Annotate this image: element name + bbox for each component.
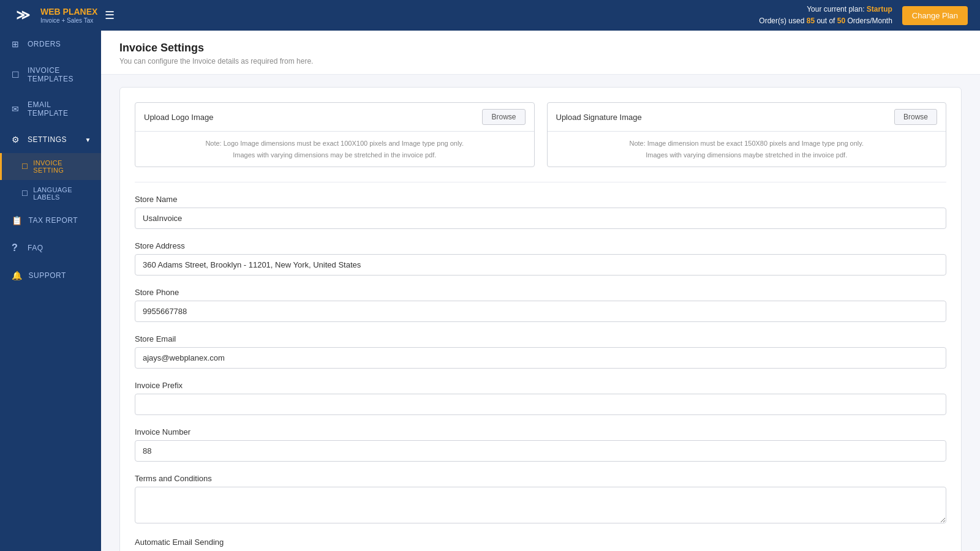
signature-upload-box: Upload Signature Image Browse Note: Imag…	[547, 102, 947, 167]
store-name-input[interactable]	[135, 208, 946, 229]
store-address-group: Store Address	[135, 241, 946, 276]
sidebar: ⊞ ORDERS ☐ INVOICE TEMPLATES ✉ EMAIL TEM…	[0, 31, 101, 551]
sidebar-item-email-template[interactable]: ✉ EMAIL TEMPLATE	[0, 92, 101, 126]
store-name-group: Store Name	[135, 195, 946, 229]
orders-icon: ⊞	[12, 39, 21, 49]
sidebar-item-orders[interactable]: ⊞ ORDERS	[0, 31, 101, 58]
invoice-prefix-group: Invoice Prefix	[135, 381, 946, 415]
signature-upload-label: Upload Signature Image	[556, 113, 642, 122]
store-phone-label: Store Phone	[135, 288, 946, 297]
logo-text-block: WEB PLANEX Invoice + Sales Tax	[40, 7, 97, 24]
store-name-label: Store Name	[135, 195, 946, 204]
auto-email-group: Automatic Email Sending Automatically se…	[135, 538, 946, 551]
sidebar-item-tax-report[interactable]: 📋 TAX REPORT	[0, 207, 101, 234]
hamburger-icon[interactable]: ☰	[105, 9, 115, 22]
sidebar-item-support[interactable]: 🔔 SUPPORT	[0, 262, 101, 289]
upload-row: Upload Logo Image Browse Note: Logo Imag…	[135, 102, 946, 167]
logo-upload-header: Upload Logo Image Browse	[135, 103, 534, 132]
sidebar-item-label: SETTINGS	[28, 135, 67, 144]
store-phone-group: Store Phone	[135, 288, 946, 322]
sidebar-item-language-labels[interactable]: ☐ LANGUAGE LABELS	[0, 180, 101, 207]
settings-icon: ⚙	[12, 135, 21, 144]
store-phone-input[interactable]	[135, 301, 946, 322]
app-layout: ⊞ ORDERS ☐ INVOICE TEMPLATES ✉ EMAIL TEM…	[0, 0, 980, 551]
signature-upload-header: Upload Signature Image Browse	[548, 103, 946, 132]
sidebar-item-label: SUPPORT	[29, 271, 66, 280]
divider	[135, 182, 946, 182]
logo-browse-button[interactable]: Browse	[482, 109, 525, 125]
sidebar-item-invoice-templates[interactable]: ☐ INVOICE TEMPLATES	[0, 58, 101, 92]
terms-label: Terms and Conditions	[135, 474, 946, 483]
sidebar-sub-label: INVOICE SETTING	[33, 159, 91, 174]
page-subtitle: You can configure the Invoice details as…	[119, 57, 962, 66]
signature-upload-note: Note: Image dimension must be exact 150X…	[548, 132, 946, 167]
support-icon: 🔔	[12, 271, 23, 280]
page-title: Invoice Settings	[119, 42, 962, 54]
invoice-number-label: Invoice Number	[135, 427, 946, 437]
sidebar-sub-label: LANGUAGE LABELS	[33, 186, 91, 201]
page-header: Invoice Settings You can configure the I…	[101, 31, 980, 75]
email-template-icon: ✉	[12, 104, 21, 114]
logo-upload-box: Upload Logo Image Browse Note: Logo Imag…	[135, 102, 535, 167]
terms-textarea[interactable]	[135, 487, 946, 523]
sidebar-item-label: FAQ	[28, 244, 43, 252]
logo-upload-note: Note: Logo Image dimensions must be exac…	[135, 132, 534, 167]
faq-icon: ?	[12, 242, 21, 253]
logo-mark: ≫	[12, 5, 33, 26]
header-right: Your current plan: Startup Order(s) used…	[759, 4, 968, 27]
logo-upload-label: Upload Logo Image	[144, 113, 213, 122]
plan-name: Startup	[867, 5, 892, 13]
orders-total: 50	[837, 17, 845, 25]
change-plan-button[interactable]: Change Plan	[902, 6, 968, 25]
main-content: Invoice Settings You can configure the I…	[101, 31, 980, 551]
app-header: ≫ WEB PLANEX Invoice + Sales Tax ☰ Your …	[0, 0, 980, 31]
sidebar-item-label: INVOICE TEMPLATES	[28, 66, 91, 83]
invoice-number-input[interactable]	[135, 440, 946, 462]
language-labels-icon: ☐	[21, 189, 28, 198]
store-address-label: Store Address	[135, 241, 946, 250]
auto-email-section-label: Automatic Email Sending	[135, 538, 946, 547]
sidebar-item-settings[interactable]: ⚙ SETTINGS ▼	[0, 126, 101, 153]
sidebar-item-faq[interactable]: ? FAQ	[0, 234, 101, 262]
invoice-number-group: Invoice Number	[135, 427, 946, 462]
store-address-input[interactable]	[135, 254, 946, 276]
sidebar-item-label: ORDERS	[28, 40, 61, 48]
chevron-down-icon: ▼	[85, 137, 91, 143]
signature-browse-button[interactable]: Browse	[894, 109, 937, 125]
logo-subtitle: Invoice + Sales Tax	[40, 17, 97, 24]
store-email-input[interactable]	[135, 347, 946, 369]
invoice-setting-icon: ☐	[21, 162, 28, 171]
tax-report-icon: 📋	[12, 216, 23, 225]
sidebar-item-invoice-setting[interactable]: ☐ INVOICE SETTING	[0, 153, 101, 180]
settings-card: Upload Logo Image Browse Note: Logo Imag…	[119, 87, 962, 551]
invoice-prefix-label: Invoice Prefix	[135, 381, 946, 390]
store-email-group: Store Email	[135, 334, 946, 369]
terms-group: Terms and Conditions	[135, 474, 946, 525]
header-left: ≫ WEB PLANEX Invoice + Sales Tax ☰	[12, 5, 115, 26]
invoice-prefix-input[interactable]	[135, 394, 946, 415]
invoice-templates-icon: ☐	[12, 70, 21, 80]
plan-info: Your current plan: Startup Order(s) used…	[759, 4, 892, 27]
sidebar-item-label: EMAIL TEMPLATE	[28, 100, 91, 118]
content-area: Upload Logo Image Browse Note: Logo Imag…	[101, 75, 980, 551]
sidebar-item-label: TAX REPORT	[29, 216, 78, 225]
logo-brand: WEB PLANEX	[40, 7, 97, 17]
orders-used: 85	[807, 17, 815, 25]
store-email-label: Store Email	[135, 334, 946, 343]
